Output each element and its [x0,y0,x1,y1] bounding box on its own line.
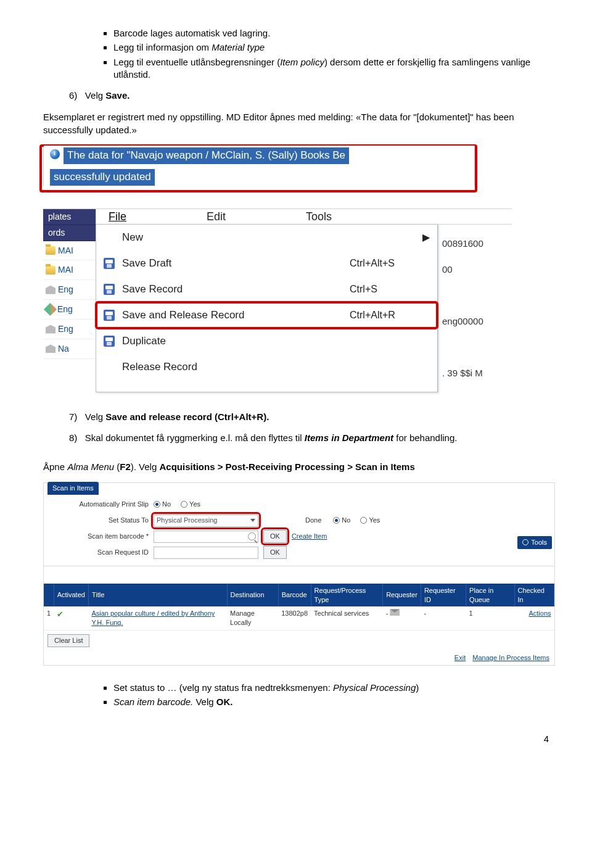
blank-icon [104,232,115,243]
gear-icon [522,539,528,545]
th[interactable]: Requester ID [421,584,466,607]
selected-value: Physical Processing [157,516,217,525]
label: New [122,231,327,245]
label-auto-print: Automatically Print Slip [50,500,149,509]
menu-item-save-record[interactable]: Save Record Ctrl+S [96,276,437,302]
left-tab[interactable]: ords [43,225,96,241]
left-item[interactable]: Eng [43,320,96,339]
label: Yes [369,516,380,525]
left-item[interactable]: MAI [43,241,96,261]
cell-requester-id: - [421,606,466,630]
cell-activated: ✔ [54,606,88,630]
th[interactable]: Request/Process Type [311,584,383,607]
items-table: Activated Title Destination Barcode Requ… [44,584,554,630]
left-item[interactable]: Na [43,339,96,359]
cell-process-type: Technical services [311,606,383,630]
cell-requester: - [383,606,421,630]
cell-title: Asian popular culture / edited by Anthon… [88,606,227,630]
status-dropdown[interactable]: Physical Processing [154,515,258,527]
actions-link[interactable]: Actions [528,610,551,617]
shortcut: Ctrl+Alt+R [350,308,430,322]
institution-icon [46,325,56,334]
bold: Save. [105,90,130,101]
label: Yes [189,500,200,509]
radio-icon [181,501,187,508]
page-number: 4 [43,733,549,745]
exit-link[interactable]: Exit [454,654,466,661]
label: Eng [58,323,73,335]
text: ( [114,461,120,472]
radio-no[interactable]: No [154,500,171,509]
emphasis: Alma Menu [67,461,114,472]
menu-item-save-release[interactable]: Save and Release Record Ctrl+Alt+R [96,302,437,328]
create-item-link[interactable]: Create Item [292,532,327,541]
tab-scan-in-items[interactable]: Scan in Items [47,482,99,495]
th[interactable]: Destination [227,584,278,607]
step-number: 8) [69,432,77,443]
bullet-item: Legg til eventuelle utlånsbegrensninger … [113,56,549,81]
menu-edit[interactable]: Edit [207,209,226,224]
shortcut: Ctrl+Alt+S [350,257,430,270]
save-icon [104,258,115,269]
label-done: Done [305,516,321,525]
radio-yes[interactable]: Yes [181,500,200,509]
bullet-list-top: Barcode lages automatisk ved lagring. Le… [99,27,549,81]
bullet-item: Scan item barcode. Velg OK. [113,696,549,708]
th[interactable]: Title [88,584,227,607]
step-number: 7) [69,411,77,422]
left-item[interactable]: Eng [43,300,96,320]
barcode-input[interactable] [154,531,258,543]
screenshot-scan-in-items: Scan in Items Automatically Print Slip N… [43,482,555,666]
label-set-status: Set Status To [50,516,149,525]
th[interactable]: Place in Queue [466,584,514,607]
menu-item-release-record[interactable]: Release Record [96,354,437,380]
paragraph: Åpne Alma Menu (F2). Velg Acquisitions >… [43,461,549,473]
cell-destination: Manage Locally [227,606,278,630]
menu-item-duplicate[interactable]: Duplicate [96,328,437,354]
clear-list-button[interactable]: Clear List [47,634,89,647]
table-header-row: Activated Title Destination Barcode Requ… [44,584,554,607]
th[interactable]: Barcode [278,584,311,607]
radio-done-yes[interactable]: Yes [360,516,380,525]
ok-button[interactable]: OK [263,530,287,543]
tools-button[interactable]: Tools [517,536,552,549]
menu-file[interactable]: File [109,209,126,224]
label: Tools [531,538,547,547]
check-icon: ✔ [57,610,64,619]
text: Legg til informasjon om [113,42,212,52]
institution-icon [46,344,56,353]
ok-button-2[interactable]: OK [263,546,287,559]
cell-barcode: 13802p8 [278,606,311,630]
radio-done-no[interactable]: No [333,516,350,525]
step-6: 6) Velg Save. [69,89,549,102]
info-message-line1: The data for "Navajo weapon / McClain, S… [64,147,349,164]
left-item[interactable]: MAI [43,260,96,280]
title-link[interactable]: Asian popular culture / edited by Anthon… [91,610,215,626]
left-tab[interactable]: plates [43,209,96,225]
menu-item-new[interactable]: New ▶ [96,225,437,250]
cell-checked-in: Actions [514,606,554,630]
text: Åpne [43,461,67,472]
text: ). Velg [131,461,160,472]
bullet-list-bottom: Set status to … (velg ny status fra nedt… [99,682,549,709]
label: File [109,210,126,223]
menu-item-save-draft[interactable]: Save Draft Ctrl+Alt+S [96,250,437,276]
emphasis: Item policy [280,57,324,67]
th[interactable]: Checked In [514,584,554,607]
text: Velg [85,90,105,101]
label-scan-request-id: Scan Request ID [50,548,149,557]
left-item[interactable]: Eng [43,280,96,300]
manage-link[interactable]: Manage In Process Items [472,654,549,661]
request-id-input[interactable] [154,547,258,559]
screenshot-md-editor: plates ords MAI MAI Eng Eng Eng Na File … [43,209,512,392]
scan-form: Automatically Print Slip No Yes Set Stat… [44,483,554,566]
th[interactable]: Activated [54,584,88,607]
menu-tools[interactable]: Tools [306,209,332,224]
save-icon [104,284,115,295]
chevron-down-icon [250,519,255,522]
mail-icon[interactable] [390,609,400,616]
label: Na [58,343,69,355]
th[interactable]: Requester [383,584,421,607]
file-dropdown: New ▶ Save Draft Ctrl+Alt+S Save Record … [96,224,438,392]
hint: 00 [442,257,508,283]
